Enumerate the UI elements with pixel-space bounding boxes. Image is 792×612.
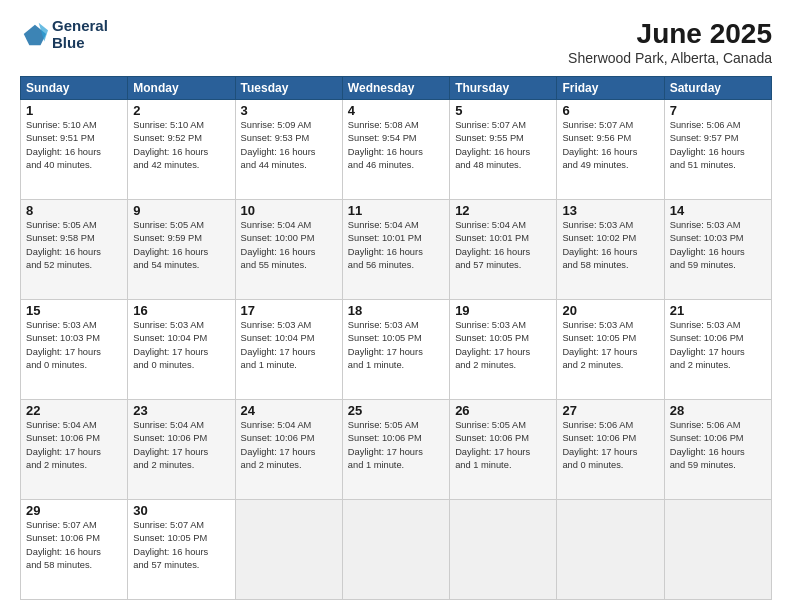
- day-number: 22: [26, 403, 122, 418]
- day-info: Sunrise: 5:04 AMSunset: 10:01 PMDaylight…: [348, 219, 444, 273]
- day-info: Sunrise: 5:04 AMSunset: 10:06 PMDaylight…: [241, 419, 337, 473]
- day-info: Sunrise: 5:06 AMSunset: 10:06 PMDaylight…: [670, 419, 766, 473]
- table-row: [342, 500, 449, 600]
- day-header-row: Sunday Monday Tuesday Wednesday Thursday…: [21, 77, 772, 100]
- day-info: Sunrise: 5:03 AMSunset: 10:02 PMDaylight…: [562, 219, 658, 273]
- table-row: [450, 500, 557, 600]
- table-row: 20Sunrise: 5:03 AMSunset: 10:05 PMDaylig…: [557, 300, 664, 400]
- table-row: 9Sunrise: 5:05 AMSunset: 9:59 PMDaylight…: [128, 200, 235, 300]
- day-number: 14: [670, 203, 766, 218]
- table-row: 22Sunrise: 5:04 AMSunset: 10:06 PMDaylig…: [21, 400, 128, 500]
- day-info: Sunrise: 5:03 AMSunset: 10:05 PMDaylight…: [562, 319, 658, 373]
- day-info: Sunrise: 5:09 AMSunset: 9:53 PMDaylight:…: [241, 119, 337, 173]
- table-row: 28Sunrise: 5:06 AMSunset: 10:06 PMDaylig…: [664, 400, 771, 500]
- day-number: 21: [670, 303, 766, 318]
- week-row-1: 1Sunrise: 5:10 AMSunset: 9:51 PMDaylight…: [21, 100, 772, 200]
- table-row: 27Sunrise: 5:06 AMSunset: 10:06 PMDaylig…: [557, 400, 664, 500]
- day-info: Sunrise: 5:04 AMSunset: 10:06 PMDaylight…: [133, 419, 229, 473]
- day-number: 4: [348, 103, 444, 118]
- day-number: 28: [670, 403, 766, 418]
- day-number: 18: [348, 303, 444, 318]
- table-row: 26Sunrise: 5:05 AMSunset: 10:06 PMDaylig…: [450, 400, 557, 500]
- day-info: Sunrise: 5:03 AMSunset: 10:04 PMDaylight…: [241, 319, 337, 373]
- calendar-table: Sunday Monday Tuesday Wednesday Thursday…: [20, 76, 772, 600]
- day-info: Sunrise: 5:03 AMSunset: 10:03 PMDaylight…: [26, 319, 122, 373]
- day-info: Sunrise: 5:07 AMSunset: 10:06 PMDaylight…: [26, 519, 122, 573]
- table-row: 3Sunrise: 5:09 AMSunset: 9:53 PMDaylight…: [235, 100, 342, 200]
- day-number: 24: [241, 403, 337, 418]
- table-row: 15Sunrise: 5:03 AMSunset: 10:03 PMDaylig…: [21, 300, 128, 400]
- day-number: 16: [133, 303, 229, 318]
- table-row: 24Sunrise: 5:04 AMSunset: 10:06 PMDaylig…: [235, 400, 342, 500]
- day-number: 2: [133, 103, 229, 118]
- day-info: Sunrise: 5:04 AMSunset: 10:00 PMDaylight…: [241, 219, 337, 273]
- day-info: Sunrise: 5:03 AMSunset: 10:06 PMDaylight…: [670, 319, 766, 373]
- table-row: 14Sunrise: 5:03 AMSunset: 10:03 PMDaylig…: [664, 200, 771, 300]
- col-thursday: Thursday: [450, 77, 557, 100]
- table-row: 12Sunrise: 5:04 AMSunset: 10:01 PMDaylig…: [450, 200, 557, 300]
- logo: General Blue: [20, 18, 108, 51]
- table-row: 5Sunrise: 5:07 AMSunset: 9:55 PMDaylight…: [450, 100, 557, 200]
- table-row: 23Sunrise: 5:04 AMSunset: 10:06 PMDaylig…: [128, 400, 235, 500]
- day-number: 20: [562, 303, 658, 318]
- day-info: Sunrise: 5:03 AMSunset: 10:05 PMDaylight…: [348, 319, 444, 373]
- day-info: Sunrise: 5:06 AMSunset: 10:06 PMDaylight…: [562, 419, 658, 473]
- table-row: 6Sunrise: 5:07 AMSunset: 9:56 PMDaylight…: [557, 100, 664, 200]
- table-row: 30Sunrise: 5:07 AMSunset: 10:05 PMDaylig…: [128, 500, 235, 600]
- table-row: 7Sunrise: 5:06 AMSunset: 9:57 PMDaylight…: [664, 100, 771, 200]
- day-info: Sunrise: 5:06 AMSunset: 9:57 PMDaylight:…: [670, 119, 766, 173]
- table-row: 16Sunrise: 5:03 AMSunset: 10:04 PMDaylig…: [128, 300, 235, 400]
- logo-text: General Blue: [52, 18, 108, 51]
- col-friday: Friday: [557, 77, 664, 100]
- week-row-2: 8Sunrise: 5:05 AMSunset: 9:58 PMDaylight…: [21, 200, 772, 300]
- day-number: 7: [670, 103, 766, 118]
- day-number: 12: [455, 203, 551, 218]
- week-row-5: 29Sunrise: 5:07 AMSunset: 10:06 PMDaylig…: [21, 500, 772, 600]
- day-number: 19: [455, 303, 551, 318]
- col-saturday: Saturday: [664, 77, 771, 100]
- day-number: 23: [133, 403, 229, 418]
- table-row: 1Sunrise: 5:10 AMSunset: 9:51 PMDaylight…: [21, 100, 128, 200]
- week-row-3: 15Sunrise: 5:03 AMSunset: 10:03 PMDaylig…: [21, 300, 772, 400]
- day-info: Sunrise: 5:10 AMSunset: 9:52 PMDaylight:…: [133, 119, 229, 173]
- day-info: Sunrise: 5:04 AMSunset: 10:06 PMDaylight…: [26, 419, 122, 473]
- day-number: 26: [455, 403, 551, 418]
- day-info: Sunrise: 5:07 AMSunset: 9:56 PMDaylight:…: [562, 119, 658, 173]
- table-row: 11Sunrise: 5:04 AMSunset: 10:01 PMDaylig…: [342, 200, 449, 300]
- table-row: 19Sunrise: 5:03 AMSunset: 10:05 PMDaylig…: [450, 300, 557, 400]
- table-row: 25Sunrise: 5:05 AMSunset: 10:06 PMDaylig…: [342, 400, 449, 500]
- table-row: [235, 500, 342, 600]
- day-info: Sunrise: 5:05 AMSunset: 9:58 PMDaylight:…: [26, 219, 122, 273]
- table-row: 2Sunrise: 5:10 AMSunset: 9:52 PMDaylight…: [128, 100, 235, 200]
- day-info: Sunrise: 5:03 AMSunset: 10:03 PMDaylight…: [670, 219, 766, 273]
- table-row: 17Sunrise: 5:03 AMSunset: 10:04 PMDaylig…: [235, 300, 342, 400]
- day-number: 25: [348, 403, 444, 418]
- day-number: 29: [26, 503, 122, 518]
- day-info: Sunrise: 5:05 AMSunset: 9:59 PMDaylight:…: [133, 219, 229, 273]
- day-number: 27: [562, 403, 658, 418]
- day-info: Sunrise: 5:07 AMSunset: 10:05 PMDaylight…: [133, 519, 229, 573]
- day-number: 9: [133, 203, 229, 218]
- day-number: 13: [562, 203, 658, 218]
- table-row: [664, 500, 771, 600]
- day-info: Sunrise: 5:08 AMSunset: 9:54 PMDaylight:…: [348, 119, 444, 173]
- day-info: Sunrise: 5:03 AMSunset: 10:05 PMDaylight…: [455, 319, 551, 373]
- calendar-subtitle: Sherwood Park, Alberta, Canada: [568, 50, 772, 66]
- table-row: 4Sunrise: 5:08 AMSunset: 9:54 PMDaylight…: [342, 100, 449, 200]
- day-info: Sunrise: 5:05 AMSunset: 10:06 PMDaylight…: [455, 419, 551, 473]
- page: General Blue June 2025 Sherwood Park, Al…: [0, 0, 792, 612]
- day-info: Sunrise: 5:07 AMSunset: 9:55 PMDaylight:…: [455, 119, 551, 173]
- day-number: 5: [455, 103, 551, 118]
- table-row: 10Sunrise: 5:04 AMSunset: 10:00 PMDaylig…: [235, 200, 342, 300]
- day-number: 11: [348, 203, 444, 218]
- table-row: 21Sunrise: 5:03 AMSunset: 10:06 PMDaylig…: [664, 300, 771, 400]
- col-sunday: Sunday: [21, 77, 128, 100]
- col-monday: Monday: [128, 77, 235, 100]
- week-row-4: 22Sunrise: 5:04 AMSunset: 10:06 PMDaylig…: [21, 400, 772, 500]
- day-number: 17: [241, 303, 337, 318]
- logo-icon: [20, 21, 48, 49]
- header: General Blue June 2025 Sherwood Park, Al…: [20, 18, 772, 66]
- table-row: 13Sunrise: 5:03 AMSunset: 10:02 PMDaylig…: [557, 200, 664, 300]
- day-number: 10: [241, 203, 337, 218]
- day-number: 30: [133, 503, 229, 518]
